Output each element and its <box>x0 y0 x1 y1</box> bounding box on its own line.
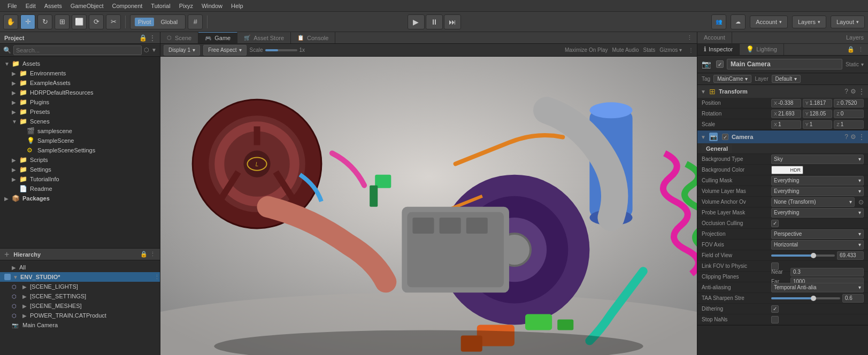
tab-account[interactable]: Account <box>697 32 732 43</box>
rot-x-field[interactable]: X 21.693 <box>771 110 801 118</box>
project-menu-icon[interactable]: ⋮ <box>149 34 156 42</box>
fov-slider[interactable] <box>771 254 835 257</box>
layout-btn[interactable]: Layout ▾ <box>831 16 865 28</box>
volume-anchor-dropdown[interactable]: None (Transform) ▾ <box>771 197 855 207</box>
fov-field[interactable]: 69.433 <box>837 251 864 260</box>
search-options-icon[interactable]: ⬡ <box>144 47 149 53</box>
tree-readme[interactable]: 📄 Readme <box>0 184 160 194</box>
hierarchy-add-icon[interactable]: + <box>4 250 9 259</box>
obj-name-input[interactable] <box>727 59 842 70</box>
mute-label[interactable]: Mute Audio <box>612 47 639 53</box>
transform-settings-btn[interactable]: ⚙ <box>850 88 856 95</box>
hierarchy-menu-icon[interactable]: ⋮ <box>150 251 156 258</box>
obj-active-checkbox[interactable]: ✓ <box>716 60 724 68</box>
rot-z-field[interactable]: Z 0 <box>834 110 864 118</box>
tree-packages[interactable]: ▶ 📦 Packages <box>0 194 160 203</box>
hier-scene-meshes[interactable]: ⬡ ▶ [SCENE_MESHES] <box>0 301 160 311</box>
menu-edit[interactable]: Edit <box>21 0 40 12</box>
stats-label[interactable]: Stats <box>643 47 656 53</box>
hier-env-menu[interactable]: ⋮ <box>154 274 160 281</box>
tree-example-assets[interactable]: ▶ 📁 ExampleAssets <box>0 78 160 88</box>
cloud-btn[interactable]: ☁ <box>731 14 746 29</box>
hier-main-camera[interactable]: 📷 Main Camera <box>0 320 160 330</box>
scale-y-field[interactable]: Y 1 <box>803 120 833 129</box>
stop-nans-checkbox[interactable] <box>771 316 779 323</box>
taa-slider-thumb[interactable] <box>811 296 816 301</box>
tab-scene[interactable]: ⬡ Scene <box>160 32 198 43</box>
transform-header[interactable]: ▼ ⊞ Transform ? ⚙ ⋮ <box>697 85 868 98</box>
game-menu-icon[interactable]: ⋮ <box>688 47 694 53</box>
fov-axis-dropdown[interactable]: Horizontal ▾ <box>771 240 864 250</box>
viewport[interactable]: L <box>160 57 697 355</box>
pause-button[interactable]: ⏸ <box>426 14 443 29</box>
hier-env-studio[interactable]: ▼ ENV_STUDIO* ⋮ <box>0 272 160 282</box>
camera-header[interactable]: ▼ 📷 ✓ Camera ? ⚙ ⋮ <box>697 130 868 143</box>
menu-window[interactable]: Window <box>197 0 227 12</box>
tab-console[interactable]: 📋 Console <box>291 32 335 43</box>
pivot-label[interactable]: Pivot <box>135 18 154 26</box>
tab-game[interactable]: 🎮 Game <box>198 32 237 43</box>
culling-dropdown[interactable]: Everything ▾ <box>771 176 864 186</box>
rotate-tool-btn[interactable]: ↻ <box>37 14 52 29</box>
tab-asset-store[interactable]: 🛒 Asset Store <box>237 32 291 43</box>
grid-btn[interactable]: # <box>188 14 203 29</box>
bg-type-dropdown[interactable]: Sky ▾ <box>771 155 864 164</box>
menu-assets[interactable]: Assets <box>40 0 66 12</box>
taa-field[interactable]: 0.6 <box>842 294 864 303</box>
maximize-label[interactable]: Maximize On Play <box>565 47 608 53</box>
menu-tutorial[interactable]: Tutorial <box>147 0 174 12</box>
filter-icon[interactable]: ▼ <box>151 47 157 53</box>
tab-menu-btn[interactable]: ⋮ <box>687 32 697 43</box>
taa-slider[interactable] <box>771 297 840 299</box>
project-search-input[interactable] <box>13 45 142 55</box>
hier-scene-settings[interactable]: ⬡ ▶ [SCENE_SETTINGS] <box>0 291 160 301</box>
tree-scripts[interactable]: ▶ 📁 Scripts <box>0 155 160 165</box>
fov-slider-thumb[interactable] <box>811 253 816 258</box>
static-dropdown[interactable]: ▾ <box>861 61 864 67</box>
aa-dropdown[interactable]: Temporal Anti-alia ▾ <box>771 283 864 292</box>
tree-samplescene2[interactable]: 💡 SampleScene <box>0 136 160 145</box>
display-btn[interactable]: Display 1 ▾ <box>164 45 200 56</box>
rect-tool-btn[interactable]: ⬜ <box>72 14 87 29</box>
camera-help-btn[interactable]: ? <box>844 133 848 141</box>
menu-file[interactable]: File <box>3 0 21 12</box>
account-btn[interactable]: Account ▾ <box>750 16 788 28</box>
menu-component[interactable]: Component <box>107 0 147 12</box>
hier-all[interactable]: ▶ All <box>0 263 160 272</box>
scale-x-field[interactable]: X 1 <box>771 120 801 129</box>
tab-lighting[interactable]: 💡 Lighting <box>740 44 784 55</box>
move-tool-btn[interactable]: ✛ <box>20 14 35 29</box>
scale-z-field[interactable]: Z 1 <box>834 120 864 129</box>
tree-samplescene[interactable]: 🎬 samplescene <box>0 126 160 136</box>
near-field[interactable]: 0.3 <box>790 268 864 276</box>
play-button[interactable]: ▶ <box>408 14 425 29</box>
volume-layer-dropdown[interactable]: Everything ▾ <box>771 187 864 196</box>
step-button[interactable]: ⏭ <box>444 14 461 29</box>
scale-tool-btn[interactable]: ⊞ <box>55 14 70 29</box>
volume-anchor-pick-icon[interactable]: ⊙ <box>858 198 864 206</box>
collab-btn[interactable]: 👥 <box>711 14 726 29</box>
global-label[interactable]: Global <box>157 18 181 26</box>
dithering-checkbox[interactable]: ✓ <box>771 305 779 313</box>
projection-dropdown[interactable]: Perspective ▾ <box>771 229 864 239</box>
tree-assets[interactable]: ▼ 📁 Assets <box>0 59 160 68</box>
pos-z-field[interactable]: Z 0.7520 <box>834 99 864 107</box>
hier-scene-lights[interactable]: ⬡ ▶ [SCENE_LIGHTS] <box>0 282 160 291</box>
rot-y-field[interactable]: Y 128.05 <box>803 110 833 118</box>
camera-settings-btn[interactable]: ⚙ <box>850 133 856 141</box>
hand-tool-btn[interactable]: ✋ <box>3 14 18 29</box>
camera-enabled-checkbox[interactable]: ✓ <box>722 134 728 140</box>
tree-samplescene-settings[interactable]: ⚙ SampleSceneSettings <box>0 145 160 155</box>
transform-help-btn[interactable]: ? <box>844 88 848 95</box>
scale-slider[interactable] <box>265 49 297 51</box>
tag-value[interactable]: MainCame ▾ <box>713 75 751 83</box>
menu-pixyz[interactable]: Pixyz <box>175 0 197 12</box>
hier-power-train[interactable]: ⬡ ▶ POWER_TRAIN.CATProduct <box>0 311 160 320</box>
pivot-global-toggle[interactable]: Pivot Global <box>130 14 186 29</box>
bg-color-swatch[interactable]: HDR <box>771 166 803 174</box>
aspect-btn[interactable]: Free Aspect ▾ <box>203 45 246 56</box>
right-menu-icon[interactable]: ⋮ <box>858 46 864 53</box>
layers-tab-label[interactable]: Layers <box>846 34 864 41</box>
tree-plugins[interactable]: ▶ 📁 Plugins <box>0 97 160 107</box>
transform-menu-btn[interactable]: ⋮ <box>858 88 865 95</box>
